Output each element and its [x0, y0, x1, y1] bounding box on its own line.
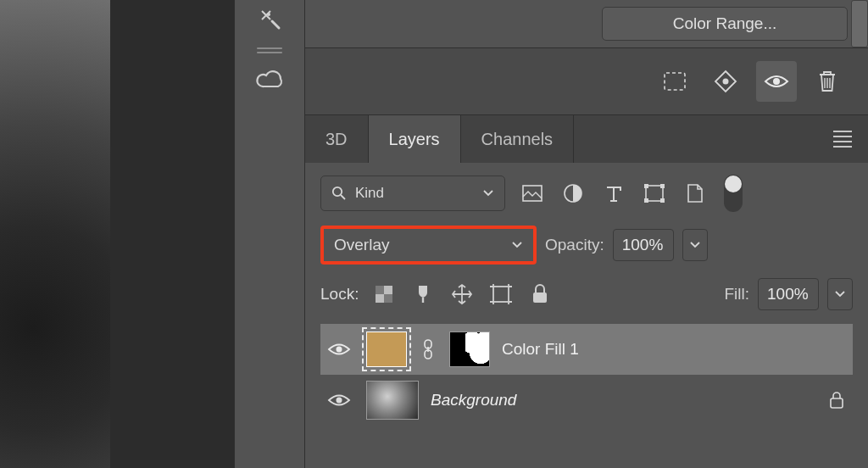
tools-panel-icon[interactable] [245, 2, 294, 36]
tab-3d-label: 3D [326, 130, 348, 149]
background-lock-icon[interactable] [824, 391, 849, 410]
opacity-value-text: 100% [622, 236, 664, 254]
layer-visibility-toggle[interactable] [324, 393, 354, 408]
link-mask-icon[interactable] [419, 339, 437, 359]
selection-options-pane: Color Range... [305, 0, 868, 47]
svg-rect-8 [644, 184, 648, 188]
svg-rect-14 [384, 294, 392, 303]
document-canvas [0, 0, 234, 468]
right-panel-region: Color Range... 3D Layers Channels Kin [305, 0, 868, 468]
opacity-value-input[interactable]: 100% [613, 229, 674, 261]
color-range-button[interactable]: Color Range... [602, 7, 848, 41]
svg-point-2 [723, 79, 729, 85]
panel-tabs: 3D Layers Channels [305, 115, 868, 163]
svg-point-4 [333, 187, 342, 196]
svg-point-0 [267, 13, 270, 16]
lock-artboard-icon[interactable] [489, 282, 513, 306]
svg-point-17 [337, 347, 342, 353]
mask-icon-bar [305, 47, 868, 115]
filter-pixel-icon[interactable] [520, 181, 544, 205]
fill-value-text: 100% [767, 285, 809, 304]
tab-3d[interactable]: 3D [305, 115, 369, 163]
svg-rect-16 [533, 292, 547, 303]
filter-type-icons [514, 175, 743, 212]
chevron-down-icon [511, 241, 523, 249]
tab-channels[interactable]: Channels [461, 115, 575, 163]
background-thumbnail[interactable] [366, 381, 419, 420]
layer-visibility-toggle[interactable] [324, 342, 354, 357]
blend-mode-value: Overlay [334, 236, 389, 254]
fill-value-input[interactable]: 100% [758, 278, 819, 310]
fill-label: Fill: [724, 285, 749, 304]
canvas-image [0, 0, 110, 468]
creative-cloud-icon[interactable] [245, 64, 294, 98]
chevron-down-icon [482, 189, 494, 198]
lock-paint-icon[interactable] [411, 282, 435, 306]
lock-row: Lock: Fill: 1 [320, 278, 853, 310]
layer-filter-row: Kind [320, 175, 853, 212]
tab-layers[interactable]: Layers [369, 115, 461, 163]
svg-rect-1 [665, 73, 685, 90]
fill-thumbnail[interactable] [366, 332, 407, 367]
filter-smartobject-icon[interactable] [683, 181, 707, 205]
collapsed-panel-dock [234, 0, 305, 468]
color-range-label: Color Range... [673, 14, 777, 33]
panel-grip[interactable] [257, 44, 282, 56]
svg-rect-13 [376, 286, 384, 294]
filter-type-icon[interactable] [602, 181, 626, 205]
svg-rect-9 [660, 184, 665, 188]
filter-toggle[interactable] [724, 175, 743, 212]
layer-mask-thumbnail[interactable] [449, 332, 490, 367]
svg-rect-15 [493, 287, 509, 302]
tab-layers-label: Layers [389, 130, 440, 149]
mask-diamond-icon[interactable] [705, 61, 746, 102]
layer-name[interactable]: Color Fill 1 [502, 340, 579, 359]
trash-icon[interactable] [807, 61, 848, 102]
canvas-pasteboard [110, 0, 234, 468]
layer-row-background[interactable]: Background [320, 375, 853, 426]
svg-rect-10 [644, 198, 648, 203]
opacity-label: Opacity: [545, 236, 604, 254]
panel-flyout-menu[interactable] [826, 115, 860, 163]
opacity-stepper[interactable] [682, 229, 708, 261]
filter-adjustment-icon[interactable] [561, 181, 585, 205]
svg-rect-21 [831, 398, 843, 408]
lock-transparency-icon[interactable] [372, 282, 396, 306]
search-icon [331, 186, 347, 201]
layer-list: Color Fill 1 Background [320, 324, 853, 426]
fill-stepper[interactable] [827, 278, 853, 310]
filter-kind-label: Kind [355, 185, 384, 202]
layers-panel-body: Kind [305, 163, 868, 468]
layer-name[interactable]: Background [431, 391, 516, 410]
lock-all-icon[interactable] [528, 282, 552, 306]
filter-kind-dropdown[interactable]: Kind [320, 176, 505, 211]
lock-icons [372, 282, 552, 306]
lock-label: Lock: [320, 285, 359, 304]
lock-position-icon[interactable] [450, 282, 474, 306]
svg-point-20 [337, 398, 342, 404]
layer-row-color-fill[interactable]: Color Fill 1 [320, 324, 853, 375]
tab-channels-label: Channels [481, 130, 554, 149]
visibility-eye-icon[interactable] [756, 61, 797, 102]
blend-mode-row: Overlay Opacity: 100% [320, 226, 853, 265]
scrollbar-stub[interactable] [851, 0, 868, 47]
blend-mode-dropdown[interactable]: Overlay [320, 226, 537, 265]
svg-point-3 [773, 78, 780, 85]
filter-shape-icon[interactable] [643, 181, 666, 205]
svg-rect-11 [660, 198, 665, 203]
marquee-selection-icon[interactable] [654, 61, 695, 102]
